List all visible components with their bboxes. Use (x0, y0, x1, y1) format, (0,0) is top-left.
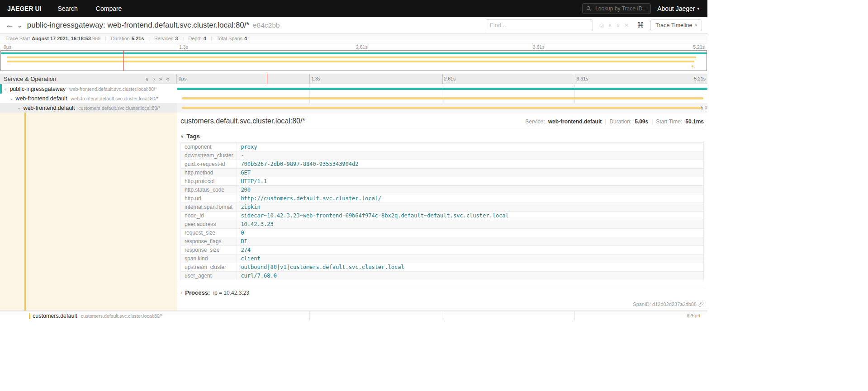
trace-view-selector[interactable]: Trace Timeline ▾ (650, 19, 702, 31)
about-jaeger-label: About Jaeger (657, 5, 695, 12)
tag-key: span.kind (181, 254, 237, 263)
find-clear-icon: ✕ (624, 22, 629, 28)
tag-value: 0 (237, 229, 704, 237)
divider: | (148, 36, 150, 41)
back-arrow-icon[interactable]: ← (5, 20, 17, 30)
link-icon[interactable] (698, 301, 704, 307)
minimap-span-bar (1, 52, 707, 54)
chevron-right-icon: › (180, 290, 182, 295)
find-input[interactable] (486, 19, 593, 31)
tag-value: curl/7.68.0 (237, 272, 704, 280)
service-label: Service: (525, 118, 545, 125)
tick-label: 2.61s (444, 76, 456, 81)
minimap-span-bar (692, 66, 693, 67)
tag-key: upstream_cluster (181, 263, 237, 272)
span-row-selected[interactable]: ⌄ web-frontend.default customers.default… (0, 103, 707, 113)
expand-all-icon[interactable]: « (166, 76, 169, 82)
span-row[interactable]: ⌄ web-frontend.default web-frontend.defa… (0, 94, 707, 103)
span-service-name: public-ingressgateway (9, 86, 66, 92)
process-accordion-header[interactable]: › Process: ip = 10.42.3.23 (180, 286, 704, 296)
tick-label: 1.3s (179, 44, 188, 50)
span-duration-label: 826μs (687, 313, 700, 318)
chevron-down-icon: ▾ (697, 6, 699, 11)
service-operation-header: Service & Operation (4, 75, 56, 82)
summary-label: Depth (188, 36, 201, 41)
tag-value: 10.42.3.23 (237, 220, 704, 229)
minimap-span-bar (7, 57, 696, 58)
collapse-all-icon[interactable]: » (159, 76, 162, 82)
chevron-down-icon[interactable]: ⌄ (17, 22, 23, 29)
trace-view-label: Trace Timeline (655, 22, 693, 28)
chevron-down-icon: ∨ (180, 134, 184, 139)
summary-value-ms: .969 (91, 36, 100, 41)
span-operation-name: customers.default.svc.cluster.local:80/* (78, 105, 160, 111)
nav-item-search[interactable]: Search (48, 5, 86, 12)
summary-value: 4 (244, 36, 247, 41)
tag-key: http.method (181, 169, 237, 177)
tag-row: http.urlhttp://customers.default.svc.clu… (181, 194, 704, 203)
start-time-value: 50.1ms (685, 118, 704, 125)
chevron-down-icon[interactable]: ⌄ (17, 105, 21, 110)
span-row[interactable]: ⌄ public-ingressgateway web-frontend.def… (0, 84, 707, 94)
summary-value: 4 (204, 36, 206, 41)
minimap-cursor-line[interactable] (123, 51, 123, 71)
tag-value: proxy (237, 143, 704, 151)
span-detail-left-gutter (0, 113, 177, 311)
find-next-icon: ∨ (616, 22, 620, 28)
tag-value: 700b5267-2db0-9897-8840-9355343904d2 (237, 160, 704, 169)
timeline-ruler[interactable]: 0μs 1.3s 2.61s 3.91s 5.21s (177, 74, 707, 84)
start-time-label: Start Time: (656, 118, 682, 125)
span-color-chip (29, 313, 30, 319)
service-value: web-frontend.default (548, 118, 602, 125)
tag-row: request_size0 (181, 229, 704, 237)
trace-header-controls: ◎ ∧ ∨ ✕ ⌘ Trace Timeline ▾ (486, 19, 702, 31)
tick-label: 2.61s (356, 44, 368, 50)
collapse-one-icon[interactable]: ∨ (145, 76, 149, 82)
tags-accordion-header[interactable]: ∨ Tags (180, 133, 704, 140)
tag-key: http.protocol (181, 177, 237, 186)
tag-row: upstream_clusteroutbound|80|v1|customers… (181, 263, 704, 272)
tag-value: http://customers.default.svc.cluster.loc… (237, 194, 704, 203)
tag-key: guid:x-request-id (181, 160, 237, 169)
chevron-down-icon: ▾ (695, 23, 697, 28)
summary-label: Trace Start (5, 36, 30, 41)
span-service-name: web-frontend.default (15, 95, 67, 102)
trace-id-input[interactable] (594, 5, 647, 12)
minimap-canvas[interactable] (0, 50, 707, 71)
brand-logo[interactable]: JAEGER UI (0, 5, 48, 12)
tick-label: 1.3s (311, 76, 320, 81)
trace-page-header: ← ⌄ public-ingressgateway: web-frontend.… (0, 17, 707, 34)
summary-label: Duration (111, 36, 130, 41)
chevron-down-icon[interactable]: ⌄ (4, 86, 7, 91)
tick-label: 5.21s (694, 76, 706, 81)
tag-row: internal.span.formatzipkin (181, 203, 704, 212)
keyboard-shortcuts-button[interactable]: ⌘ (635, 21, 646, 29)
divider: | (211, 36, 212, 41)
span-operation-name: web-frontend.default.svc.cluster.local:8… (69, 86, 157, 92)
span-duration-bar[interactable] (182, 107, 702, 109)
trace-id-lookup[interactable] (582, 3, 651, 14)
tag-value: - (237, 151, 704, 160)
tick-label: 3.91s (577, 76, 588, 81)
span-operation-name: web-frontend.default.svc.cluster.local:8… (71, 96, 158, 101)
top-nav: JAEGER UI Search Compare About Jaeger ▾ (0, 0, 707, 17)
find-nav-icons: ◎ ∧ ∨ ✕ (599, 22, 629, 28)
tag-key: http.url (181, 194, 237, 203)
span-duration-bar[interactable] (177, 88, 707, 90)
about-jaeger-menu[interactable]: About Jaeger ▾ (657, 5, 699, 12)
nav-item-compare[interactable]: Compare (87, 5, 131, 12)
tags-header-label: Tags (186, 133, 199, 140)
span-duration-bar[interactable] (182, 97, 703, 99)
tag-row: guid:x-request-id700b5267-2db0-9897-8840… (181, 160, 704, 169)
tag-value: zipkin (237, 203, 704, 212)
summary-label: Services (154, 36, 173, 41)
span-duration-bar[interactable] (699, 314, 700, 317)
trace-summary-bar: Trace StartAugust 17 2021, 16:18:53.969 … (0, 34, 707, 43)
expand-one-icon[interactable]: › (153, 76, 155, 82)
span-service-name: web-frontend.default (23, 105, 75, 111)
span-tree-accent-line (24, 113, 26, 311)
trace-title: public-ingressgateway: web-frontend.defa… (27, 21, 249, 30)
chevron-down-icon[interactable]: ⌄ (9, 96, 13, 101)
tag-row: user_agentcurl/7.68.0 (181, 272, 704, 280)
span-row[interactable]: customers.default customers.default.svc.… (0, 311, 707, 320)
